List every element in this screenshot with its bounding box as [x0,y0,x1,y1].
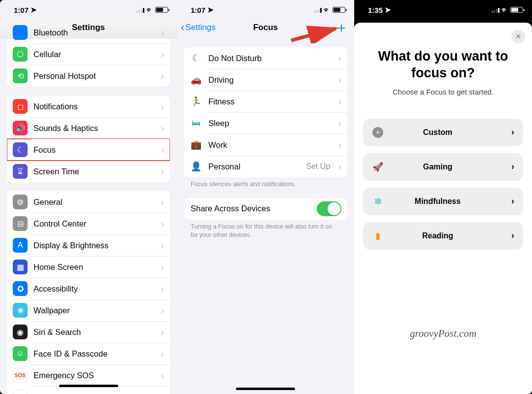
option-label: Mindfulness [372,197,503,206]
chevron-right-icon: › [161,197,164,207]
back-label: Settings [185,23,215,33]
settings-row-hotspot[interactable]: ⟲Personal Hotspot› [7,65,170,87]
settings-row-faceid[interactable]: ☺︎Face ID & Passcode› [7,343,170,364]
modal-subtitle: Choose a Focus to get started. [354,88,532,96]
settings-row-focus[interactable]: ☾Focus› [7,139,170,161]
home-indicator[interactable] [59,385,118,387]
settings-row-cellular[interactable]: ⎔Cellular› [7,43,170,65]
watermark: groovyPost.com [354,328,532,340]
option-label: Custom [372,128,503,137]
chevron-right-icon: › [338,162,341,171]
home-indicator[interactable] [414,389,473,392]
row-trailing: Set Up [306,162,330,171]
signal-icon [314,7,322,13]
chevron-right-icon: › [161,101,164,111]
row-label: Sounds & Haptics [33,124,155,133]
add-button[interactable]: ＋ [334,17,348,38]
focus-row-work[interactable]: 💼Work› [184,134,347,156]
display-icon: A [13,238,28,253]
chevron-right-icon: › [161,28,164,37]
row-label: Do Not Disturb [208,54,332,63]
page-title: Focus [253,23,278,33]
settings-row-home-screen[interactable]: ▦Home Screen› [7,256,170,278]
settings-row-bluetooth[interactable]: Bluetooth› [7,22,170,43]
chevron-right-icon: › [161,240,164,250]
chevron-right-icon: › [338,53,341,63]
settings-row-display[interactable]: ADisplay & Brightness› [7,234,170,256]
row-label: General [33,197,155,207]
focus-row-dnd[interactable]: ☾Do Not Disturb› [184,47,347,69]
notifications-icon: ◻︎ [13,99,28,114]
row-label: Driving [208,75,332,85]
chevron-right-icon: › [161,284,164,294]
focus-option-gaming[interactable]: 🚀Gaming› [363,153,523,181]
focus-picker-modal: ✕ What do you want to focus on? Choose a… [354,23,532,394]
back-button[interactable]: ‹ Settings [181,17,216,38]
chevron-right-icon: › [161,349,164,359]
focus-row-sleep[interactable]: 🛏Sleep› [184,112,347,134]
settings-row-siri[interactable]: ◉Siri & Search› [7,321,170,343]
chevron-right-icon: › [161,262,164,272]
row-label: Display & Brightness [33,241,155,250]
row-label: Bluetooth [33,28,155,37]
chevron-left-icon: ‹ [181,21,184,34]
focus-row-driving[interactable]: 🚗Driving› [184,69,347,91]
chevron-right-icon: › [161,219,164,229]
screenshot-focus-list: 1:07 ➤ ᯤ ‹ Settings Focus ＋ ☾Do Not Dist… [177,0,354,394]
signal-icon [492,7,500,13]
wallpaper-icon: ❀ [13,303,28,318]
work-icon: 💼 [190,139,202,150]
settings-row-control-center[interactable]: ⊟Control Center› [7,213,170,234]
settings-row-sounds[interactable]: 🔊Sounds & Haptics› [7,117,170,139]
settings-row-sos[interactable]: SOSEmergency SOS› [7,364,170,386]
focus-option-reading[interactable]: ▮Reading› [363,222,523,250]
close-button[interactable]: ✕ [511,30,525,43]
row-label: Face ID & Passcode [33,349,155,359]
row-label: Control Center [33,219,155,229]
home-indicator[interactable] [236,388,295,390]
siri-icon: ◉ [13,325,28,339]
settings-row-accessibility[interactable]: ✪Accessibility› [7,278,170,299]
screenshot-settings: 1:07 ➤ ᯤ Settings Bluetooth›⎔Cellular›⟲P… [0,0,177,394]
chevron-right-icon: › [511,162,514,172]
chevron-right-icon: › [161,123,164,133]
chevron-right-icon: › [161,145,164,155]
chevron-right-icon: › [161,327,164,337]
settings-row-screen-time[interactable]: ⌛︎Screen Time› [7,161,170,182]
settings-row-wallpaper[interactable]: ❀Wallpaper› [7,299,170,321]
chevron-right-icon: › [161,49,164,59]
row-label: Notifications [33,102,155,111]
personal-icon: 👤 [190,161,202,172]
chevron-right-icon: › [338,75,341,85]
focus-row-personal[interactable]: 👤PersonalSet Up› [184,156,347,177]
control-center-icon: ⊟ [13,216,28,231]
plus-icon: ＋ [334,21,348,34]
share-across-devices-row[interactable]: Share Across Devices [184,198,347,220]
option-label: Gaming [372,163,503,171]
focus-option-mindfulness[interactable]: ❇︎Mindfulness› [363,188,523,215]
focus-row-fitness[interactable]: 🏃Fitness› [184,91,347,112]
screen-time-icon: ⌛︎ [13,164,28,179]
share-toggle[interactable] [317,201,341,216]
focus-option-custom[interactable]: ＋Custom› [363,119,523,146]
status-time: 1:07 [14,6,29,14]
close-icon: ✕ [515,32,522,41]
cellular-icon: ⎔ [13,47,28,62]
battery-icon [155,7,168,13]
chevron-right-icon: › [511,196,514,206]
location-icon: ➤ [31,5,37,14]
faceid-icon: ☺︎ [13,346,28,361]
row-label: Cellular [33,50,155,59]
screenshot-focus-picker: 1:35 ➤ ᯤ ✕ What do you want to focus on?… [354,0,532,394]
settings-row-notifications[interactable]: ◻︎Notifications› [7,96,170,117]
chevron-right-icon: › [338,118,341,128]
settings-row-exposure[interactable]: ✳︎Exposure Notifications› [7,386,170,394]
status-bar: 1:07 ➤ ᯤ [177,0,354,17]
chevron-right-icon: › [161,71,164,81]
sounds-icon: 🔊 [13,121,28,135]
row-label: Home Screen [33,263,155,272]
row-label: Sleep [208,119,332,128]
settings-row-general[interactable]: ⚙︎General› [7,191,170,213]
dnd-icon: ☾ [190,53,202,64]
hotspot-icon: ⟲ [13,68,28,83]
